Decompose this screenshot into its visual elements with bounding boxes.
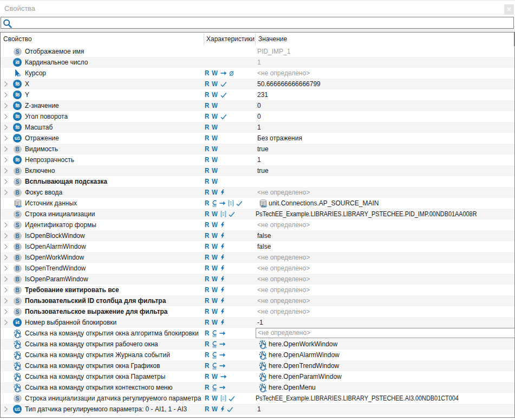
svg-text:Rn: Rn xyxy=(261,205,265,208)
svg-text:Rn: Rn xyxy=(16,205,20,208)
